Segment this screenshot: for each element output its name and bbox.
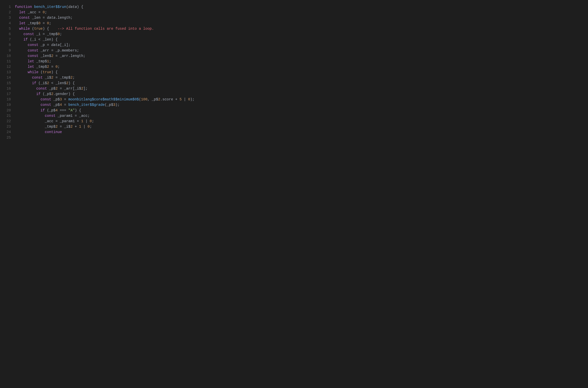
- code-token: [15, 43, 28, 47]
- code-token: const: [28, 43, 41, 47]
- code-token: [15, 76, 32, 80]
- line-number: 8: [0, 42, 11, 48]
- code-line: let _acc = 0;: [15, 10, 588, 15]
- code-token: ;: [60, 32, 62, 36]
- code-token: ) {: [77, 5, 83, 9]
- code-line: const _p$4 = bench_iter$$grade(_p$3);: [15, 102, 588, 108]
- code-token: [15, 70, 28, 74]
- code-token: (: [32, 27, 34, 31]
- line-number: 23: [0, 124, 11, 129]
- code-token: 0: [55, 65, 58, 69]
- code-line: let _tmp$2 = 0;: [15, 64, 588, 70]
- code-token: function: [15, 5, 34, 9]
- code-token: [15, 108, 41, 113]
- line-number: 22: [0, 119, 11, 124]
- code-token: _tmp$: [36, 59, 47, 63]
- code-token: [15, 65, 28, 69]
- code-token: [15, 27, 19, 31]
- line-number: 12: [0, 64, 11, 70]
- code-token: let: [28, 59, 36, 63]
- code-token: 2: [51, 76, 53, 80]
- code-token: ;: [92, 119, 94, 123]
- code-token: _arr: [41, 48, 51, 53]
- code-token: while: [28, 70, 41, 74]
- line-number: 1: [0, 4, 11, 10]
- code-token: .score +: [160, 97, 180, 101]
- line-number: 25: [0, 135, 11, 141]
- line-number: 2: [0, 10, 11, 15]
- code-token: (_p$: [43, 92, 51, 96]
- code-line: const _i = _tmp$0;: [15, 32, 588, 37]
- code-token: 5: [180, 97, 182, 101]
- code-line: _tmp$2 = _i$2 + 1 | 0;: [15, 124, 588, 129]
- code-line: const _len$2 = _arr.length;: [15, 53, 588, 59]
- code-token: continue: [45, 130, 62, 134]
- line-numbers-gutter: 1234567891011121314151617181920212223242…: [0, 4, 15, 141]
- code-token: while: [19, 27, 32, 31]
- code-token: ;: [49, 21, 51, 25]
- code-token: 3: [113, 103, 115, 107]
- code-token: --> All function calls are fused into a …: [58, 27, 154, 31]
- code-token: 0: [87, 125, 90, 129]
- code-token: ===: [58, 108, 68, 113]
- code-token: ) {: [75, 108, 81, 113]
- code-token: [15, 48, 28, 53]
- code-token: ];: [83, 87, 88, 91]
- code-token: (: [139, 97, 141, 101]
- code-token: = _tmp$: [43, 32, 58, 36]
- code-token: [15, 103, 41, 107]
- code-token: moonbitlang$core$math$$minimum$0$: [68, 97, 139, 101]
- code-token: _p$: [53, 97, 60, 101]
- code-token: true: [43, 70, 51, 74]
- code-line: const _p$2 = _arr[_i$2];: [15, 86, 588, 91]
- code-area[interactable]: function bench_iter$$run(data) { let _ac…: [15, 4, 588, 141]
- code-token: const: [28, 48, 41, 53]
- code-token: .length;: [55, 16, 73, 20]
- code-token: (_p$: [105, 103, 113, 107]
- code-line: while (true) { --> All function calls ar…: [15, 26, 588, 32]
- code-token: [15, 87, 36, 91]
- code-token: [15, 21, 19, 25]
- code-line: while (true) {: [15, 70, 588, 75]
- code-token: = _arr[_i$: [58, 87, 81, 91]
- line-number: 24: [0, 129, 11, 135]
- code-token: [15, 32, 23, 36]
- code-token: );: [115, 103, 120, 107]
- code-token: +: [73, 125, 79, 129]
- code-token: ;: [73, 76, 75, 80]
- code-token: (_p$: [47, 108, 55, 113]
- code-token: _i: [36, 32, 43, 36]
- code-token: bench_iter$$run: [34, 5, 66, 9]
- code-token: 0: [58, 32, 60, 36]
- code-token: 2: [55, 125, 58, 129]
- line-number: 18: [0, 97, 11, 102]
- code-token: =: [43, 16, 47, 20]
- code-token: = _arr.length;: [53, 54, 85, 58]
- code-token: (: [41, 70, 43, 74]
- code-token: [15, 10, 19, 14]
- code-line: if (_p$2.gender) {: [15, 91, 588, 97]
- code-token: , _p$: [147, 97, 158, 101]
- code-token: [15, 97, 41, 101]
- code-token: _p$: [53, 103, 60, 107]
- code-token: 1: [47, 59, 49, 63]
- code-token: =: [49, 65, 55, 69]
- code-token: 0: [43, 10, 45, 14]
- code-token: data: [51, 43, 60, 47]
- code-token: const: [41, 103, 53, 107]
- code-token: 100: [141, 97, 147, 101]
- code-token: [15, 54, 28, 58]
- code-token: 2: [71, 76, 73, 80]
- line-number: 6: [0, 32, 11, 37]
- code-token: ) {: [51, 70, 58, 74]
- code-token: .gender) {: [53, 92, 75, 96]
- code-token: 2: [47, 65, 49, 69]
- code-line: if (_p$4 === "A") {: [15, 108, 588, 113]
- line-number: 9: [0, 48, 11, 53]
- line-number: 17: [0, 91, 11, 97]
- code-line: const _p$3 = moonbitlang$core$math$$mini…: [15, 97, 588, 102]
- code-token: = _p.members;: [51, 48, 79, 53]
- line-number: 11: [0, 59, 11, 64]
- code-token: [15, 59, 28, 63]
- line-number: 3: [0, 15, 11, 21]
